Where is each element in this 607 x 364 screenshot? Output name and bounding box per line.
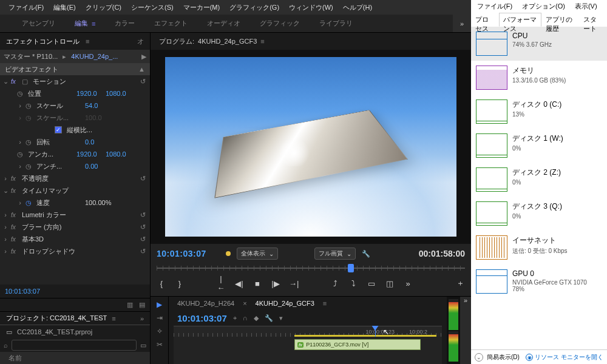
prop-anchor[interactable]: ◷アンカ...1920.01080.0 (0, 148, 150, 160)
sequence-tab[interactable]: 4KUHD_24p_GCF3 (256, 300, 314, 307)
stopwatch-icon[interactable]: ◷ (17, 90, 25, 98)
menu-file[interactable]: ファイル(F) (4, 3, 49, 12)
settings-icon[interactable]: ▾ (279, 314, 283, 322)
checkbox-icon[interactable]: ✓ (55, 126, 62, 133)
effect-opacity[interactable]: ›fx不透明度↺ (0, 172, 150, 184)
reset-icon[interactable]: ↺ (138, 223, 148, 231)
comparison-icon[interactable]: ◫ (385, 279, 395, 288)
tm-menu-view[interactable]: 表示(V) (570, 2, 602, 11)
snap-icon[interactable]: ⌖ (233, 314, 237, 322)
effect-blur[interactable]: ›fxブラー (方向)↺ (0, 221, 150, 233)
project-file-row[interactable]: ▭ CC2018_4K_TEST.prproj (0, 325, 150, 339)
tab-app-history[interactable]: アプリの履歴 (541, 13, 579, 27)
step-back-icon[interactable]: ◀| (234, 279, 244, 288)
menu-sequence[interactable]: シーケンス(S) (126, 3, 178, 12)
reset-icon[interactable]: ↺ (138, 248, 148, 255)
timeline-tracks[interactable]: fxP1100236_GCF3.mov [V] (174, 337, 442, 364)
effect-basic3d[interactable]: ›fx基本3D↺ (0, 233, 150, 245)
effect-timeremap[interactable]: ⌄fxタイムリマップ (0, 184, 150, 197)
tm-menu-file[interactable]: ファイル(F) (472, 2, 517, 11)
overflow-icon[interactable]: » (403, 279, 413, 288)
menu-window[interactable]: ウィンドウ(W) (284, 3, 338, 12)
collapse-icon[interactable]: ⌄ (475, 353, 483, 362)
mark-out-icon[interactable]: } (175, 279, 185, 288)
perf-item-disk[interactable]: ディスク 3 (Q:)0% (471, 197, 607, 231)
program-monitor-view[interactable] (151, 50, 471, 244)
tm-menu-options[interactable]: オプション(O) (517, 2, 570, 11)
section-collapse-icon[interactable]: ▲ (138, 66, 145, 73)
timeline-ruler[interactable]: 10:00:08:23 ↖ 10:00:2 (174, 326, 442, 337)
prop-scale[interactable]: ›◷スケール54.0 (0, 99, 150, 112)
effect-controls-tab[interactable]: エフェクトコントロール ≡ オ (0, 33, 150, 50)
perf-item-disk[interactable]: ディスク 2 (Z:)0% (471, 163, 607, 197)
selection-tool-icon[interactable]: ▶ (157, 300, 162, 309)
sequence-tab[interactable]: 4KUHD_24p_H264 (177, 300, 234, 307)
timeline-overflow-button[interactable]: » (460, 297, 471, 364)
track-select-tool-icon[interactable]: ⇥ (157, 314, 163, 322)
menu-graphic[interactable]: グラフィック(G) (225, 3, 284, 12)
workspace-tab-color[interactable]: カラー (105, 15, 144, 32)
program-scrubber[interactable] (157, 263, 465, 273)
quality-select[interactable]: フル画質⌄ (314, 248, 356, 260)
menu-help[interactable]: ヘルプ(H) (338, 3, 377, 12)
prop-position[interactable]: ◷位置1920.01080.0 (0, 87, 150, 99)
timeline-timecode[interactable]: 10:01:03:07 (177, 313, 227, 323)
timeline-playhead[interactable] (375, 326, 376, 337)
menu-marker[interactable]: マーカー(M) (178, 3, 225, 12)
sequence-clip-label[interactable]: 4KUHD_24p_... (71, 53, 118, 60)
perf-item-mem[interactable]: メモリ13.3/16.0 GB (83%) (471, 61, 607, 95)
extract-icon[interactable]: ⤵ (348, 279, 358, 288)
fewer-details-button[interactable]: 簡易表示(D) (487, 353, 520, 362)
reset-icon[interactable]: ↺ (138, 211, 148, 219)
ripple-tool-icon[interactable]: ✧ (157, 327, 163, 335)
effect-controls-timecode[interactable]: 10:01:03:07 (0, 285, 150, 298)
lift-icon[interactable]: ⤴ (330, 279, 340, 288)
dropped-frames-icon[interactable] (226, 251, 231, 256)
workspace-tab-effects[interactable]: エフェクト (144, 15, 197, 32)
effect-lumetri[interactable]: ›fxLumetri カラー↺ (0, 209, 150, 221)
reset-icon[interactable]: ↺ (138, 78, 148, 86)
go-to-out-icon[interactable]: →| (289, 279, 299, 288)
menu-edit[interactable]: 編集(E) (49, 3, 81, 12)
prop-uniform-scale[interactable]: ✓縦横比... (0, 124, 150, 136)
workspace-tab-assembly[interactable]: アセンブリ (12, 15, 65, 32)
tab-performance[interactable]: パフォーマンス (499, 13, 541, 27)
stopwatch-icon[interactable]: ◷ (17, 150, 25, 158)
settings-icon[interactable]: 🔧 (362, 250, 370, 258)
toggle-view-icon[interactable]: ▥ (127, 301, 133, 309)
stopwatch-icon[interactable]: ◷ (25, 138, 34, 146)
workspace-tab-graphics[interactable]: グラフィック (250, 15, 310, 32)
effect-motion[interactable]: ⌄fx▢モーション↺ (0, 75, 150, 87)
mark-in-icon[interactable]: { (157, 279, 166, 288)
go-to-in-icon[interactable]: |← (216, 274, 226, 292)
settings-icon[interactable]: 🔧 (265, 314, 273, 322)
tab-processes[interactable]: プロセス (471, 13, 499, 27)
overflow-icon[interactable]: » (140, 315, 144, 322)
zoom-select[interactable]: 全体表示⌄ (237, 248, 278, 260)
prop-rotation[interactable]: ›◷回転0.0 (0, 136, 150, 148)
step-forward-icon[interactable]: |▶ (271, 279, 280, 288)
project-search-input[interactable] (12, 340, 137, 351)
stopwatch-icon[interactable]: ◷ (25, 102, 34, 110)
panel-menu-icon[interactable]: ≡ (112, 315, 115, 322)
playhead-handle[interactable] (348, 264, 354, 272)
bin-icon[interactable]: ▭ (140, 342, 146, 349)
workspace-tab-audio[interactable]: オーディオ (197, 15, 250, 32)
program-current-timecode[interactable]: 10:01:03:07 (157, 249, 220, 258)
prop-speed[interactable]: ›◷速度100.00% (0, 197, 150, 209)
workspace-overflow-button[interactable]: » (453, 15, 471, 32)
column-header-name[interactable]: 名前 (0, 352, 150, 364)
panel-menu-icon[interactable]: ≡ (86, 38, 89, 45)
panel-next-icon[interactable]: オ (137, 37, 144, 46)
timeline-toggle-icon[interactable]: ▶ (141, 53, 146, 61)
linked-selection-icon[interactable]: ∩ (243, 314, 248, 322)
toggle-view-icon[interactable]: ▤ (139, 301, 145, 309)
perf-item-gpu[interactable]: GPU 0NVIDIA GeForce GTX 1070 78% (471, 265, 607, 298)
play-icon[interactable]: ■ (253, 279, 262, 288)
master-clip-label[interactable]: マスター * P110... (4, 52, 58, 61)
project-panel-tab[interactable]: プロジェクト: CC2018_4K_TEST≡ » (0, 312, 150, 325)
perf-item-disk[interactable]: ディスク 0 (C:)13% (471, 95, 607, 129)
perf-item-disk[interactable]: ディスク 1 (W:)0% (471, 129, 607, 163)
tab-startup[interactable]: スタート (579, 13, 607, 27)
reset-icon[interactable]: ↺ (138, 175, 148, 183)
